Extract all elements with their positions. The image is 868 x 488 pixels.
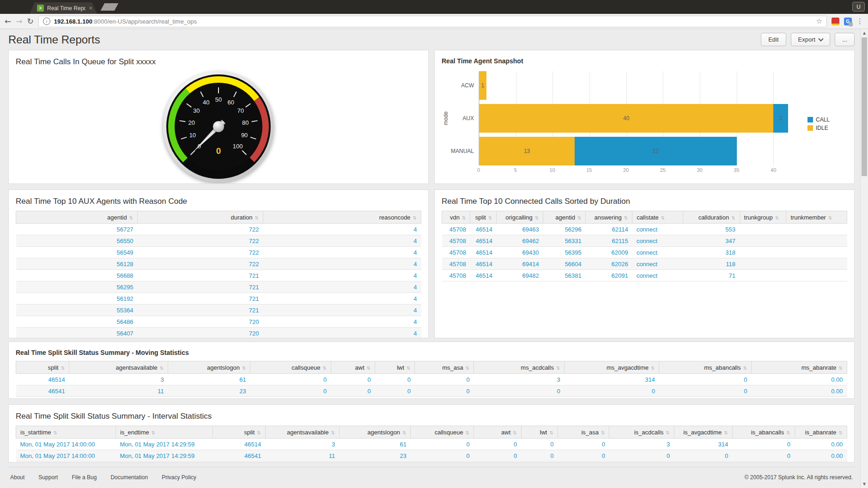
table-cell[interactable]: connect	[632, 247, 683, 258]
footer-link[interactable]: Documentation	[110, 474, 148, 481]
table-cell[interactable]: 721	[138, 305, 263, 316]
footer-link[interactable]: Privacy Policy	[162, 474, 196, 481]
page-scrollbar[interactable]: ▲ ▼	[860, 29, 868, 488]
table-cell[interactable]: 62115	[586, 235, 632, 247]
table-cell[interactable]: 722	[138, 235, 263, 247]
table-cell[interactable]: 722	[138, 258, 263, 270]
table-cell[interactable]: 0	[732, 450, 795, 462]
table-cell[interactable]: 46514	[470, 224, 497, 235]
table-cell[interactable]: 46514	[470, 270, 497, 281]
table-cell[interactable]: 62091	[586, 270, 632, 281]
table-cell[interactable]: 46514	[470, 247, 497, 258]
column-header-callsqueue[interactable]: callsqueue⇅	[250, 361, 331, 374]
page-info-icon[interactable]: i	[43, 18, 50, 25]
table-cell[interactable]: 0	[565, 385, 659, 397]
table-cell[interactable]: 3	[609, 439, 674, 450]
table-cell[interactable]: 56550	[16, 235, 138, 247]
table-cell[interactable]: 46514	[213, 439, 265, 450]
table-cell[interactable]: 56128	[16, 258, 138, 270]
column-header-lwt[interactable]: lwt⇅	[375, 361, 415, 374]
column-header-ms_abanrate[interactable]: ms_abanrate⇅	[752, 361, 847, 374]
table-cell[interactable]: connect	[632, 270, 683, 281]
export-button[interactable]: Export	[791, 33, 831, 46]
column-header-ms_avgacdtime[interactable]: ms_avgacdtime⇅	[565, 361, 659, 374]
column-header-ms_acdcalls[interactable]: ms_acdcalls⇅	[474, 361, 565, 374]
bar-segment-call[interactable]: 2	[773, 104, 788, 133]
table-cell[interactable]: 314	[674, 439, 732, 450]
table-cell[interactable]: 69414	[497, 258, 543, 270]
table-cell[interactable]: 0	[558, 450, 609, 462]
bar-segment-call[interactable]: 22	[575, 137, 737, 165]
scrollbar-up-icon[interactable]: ▲	[861, 31, 868, 35]
table-cell[interactable]: 318	[683, 247, 740, 258]
table-cell[interactable]: Mon, 01 May 2017 14:29:59	[115, 450, 212, 462]
table-cell[interactable]: 56549	[16, 247, 138, 258]
column-header-split[interactable]: split⇅	[213, 426, 265, 439]
footer-link[interactable]: Support	[38, 474, 58, 481]
table-cell[interactable]: 0.00	[795, 450, 847, 462]
column-header-ms_abancalls[interactable]: ms_abancalls⇅	[659, 361, 752, 374]
table-cell[interactable]: 11	[69, 385, 168, 397]
more-button[interactable]: ...	[835, 33, 855, 46]
table-cell[interactable]: 56688	[16, 270, 138, 281]
column-header-is_abancalls[interactable]: is_abancalls⇅	[732, 426, 795, 439]
column-header-trunkgroup[interactable]: trunkgroup⇅	[740, 211, 786, 224]
table-cell[interactable]: 11	[265, 450, 339, 462]
table-cell[interactable]: 61	[339, 439, 411, 450]
table-cell[interactable]: 56381	[543, 270, 586, 281]
table-cell[interactable]: 45708	[442, 270, 470, 281]
column-header-is_avgacdtime[interactable]: is_avgacdtime⇅	[674, 426, 732, 439]
table-cell[interactable]: connect	[632, 235, 683, 247]
table-cell[interactable]: 118	[683, 258, 740, 270]
table-cell[interactable]: 3	[69, 374, 168, 385]
table-cell[interactable]: Mon, 01 May 2017 14:29:59	[115, 439, 212, 450]
table-cell[interactable]: 0	[558, 439, 609, 450]
table-cell[interactable]: 4	[263, 305, 421, 316]
table-cell[interactable]: 720	[138, 328, 263, 339]
table-cell[interactable]: 0.00	[752, 385, 847, 397]
table-cell[interactable]: 0	[415, 374, 474, 385]
back-icon[interactable]: ←	[5, 18, 11, 25]
table-cell[interactable]: 61	[168, 374, 250, 385]
table-cell[interactable]	[740, 247, 786, 258]
bookmark-star-icon[interactable]: ☆	[816, 17, 822, 25]
table-cell[interactable]: 4	[263, 270, 421, 281]
table-cell[interactable]: 722	[138, 247, 263, 258]
column-header-callstate[interactable]: callstate⇅	[632, 211, 683, 224]
table-cell[interactable]: 0	[250, 374, 331, 385]
table-cell[interactable]: 56296	[543, 224, 586, 235]
table-cell[interactable]: 314	[565, 374, 659, 385]
table-cell[interactable]: 4	[263, 316, 421, 328]
table-cell[interactable]: 46514	[470, 258, 497, 270]
table-cell[interactable]: 46541	[213, 450, 265, 462]
table-cell[interactable]	[786, 270, 847, 281]
table-cell[interactable]: 4	[263, 293, 421, 305]
table-cell[interactable]: 3	[265, 439, 339, 450]
table-cell[interactable]	[786, 247, 847, 258]
column-header-agentsavailable[interactable]: agentsavailable⇅	[69, 361, 168, 374]
table-cell[interactable]: 23	[339, 450, 411, 462]
translate-icon[interactable]: G	[844, 18, 852, 25]
browser-menu-icon[interactable]: ⋮	[856, 17, 863, 25]
table-cell[interactable]	[740, 235, 786, 247]
table-cell[interactable]: 0	[609, 450, 674, 462]
table-cell[interactable]: 0	[732, 439, 795, 450]
table-cell[interactable]: 69463	[497, 224, 543, 235]
url-bar[interactable]: i 192.168.1.100:8000/en-US/app/search/re…	[38, 16, 827, 27]
column-header-is_acdcalls[interactable]: is_acdcalls⇅	[609, 426, 674, 439]
table-cell[interactable]: 0.00	[795, 439, 847, 450]
table-cell[interactable]: 4	[263, 247, 421, 258]
column-header-is_endtime[interactable]: is_endtime⇅	[115, 426, 212, 439]
table-cell[interactable]: 721	[138, 270, 263, 281]
column-header-is_starttime[interactable]: is_starttime⇅	[16, 426, 116, 439]
column-header-awt[interactable]: awt⇅	[474, 426, 522, 439]
url-text[interactable]: 192.168.1.100:8000/en-US/app/search/real…	[54, 18, 813, 25]
table-cell[interactable]: 721	[138, 293, 263, 305]
edit-button[interactable]: Edit	[761, 33, 786, 46]
column-header-is_asa[interactable]: is_asa⇅	[558, 426, 609, 439]
table-cell[interactable]: 62114	[586, 224, 632, 235]
column-header-reasoncode[interactable]: reasoncode⇅	[263, 211, 421, 224]
table-cell[interactable]: 4	[263, 258, 421, 270]
column-header-split[interactable]: split⇅	[16, 361, 69, 374]
table-cell[interactable]: 0	[474, 439, 522, 450]
